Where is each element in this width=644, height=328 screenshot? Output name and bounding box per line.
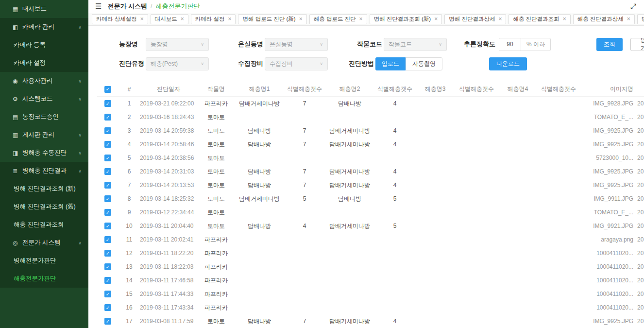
table-cell: 담배나방	[325, 97, 374, 110]
close-icon[interactable]: ×	[140, 16, 144, 22]
row-checkbox[interactable]: ✓	[104, 100, 111, 107]
row-checkbox[interactable]: ✓	[104, 168, 111, 175]
table-row[interactable]: ✓162019-03-11 17:43:34파프리카1000411020...2…	[97, 301, 644, 314]
table-cell: 1	[119, 97, 140, 110]
tab[interactable]: 해충 진단결과조회×	[508, 14, 570, 24]
table-row[interactable]: ✓52019-03-14 20:38:56토마토5723000_10...201	[97, 151, 644, 165]
tab[interactable]: 해충 진단결과상세×	[573, 14, 635, 24]
select-all-checkbox[interactable]: ✓	[104, 86, 111, 93]
row-checkbox[interactable]: ✓	[104, 114, 111, 121]
table-cell	[416, 314, 455, 328]
row-checkbox-cell: ✓	[97, 124, 119, 138]
greenhouse-select[interactable]: 온실동명 ∨	[265, 38, 328, 51]
sidebar-item[interactable]: ◨병해충 수동진단∨	[0, 144, 88, 162]
sidebar-subitem[interactable]: 카메라 설정	[0, 54, 88, 72]
sidebar-item[interactable]: ⚙시스템코드∨	[0, 90, 88, 108]
chevron-down-icon: ∨	[320, 61, 323, 66]
table-cell: 8	[119, 192, 140, 206]
sidebar-item[interactable]: ▦대시보드	[0, 0, 88, 18]
row-checkbox[interactable]: ✓	[104, 304, 111, 311]
sidebar-item[interactable]: ◎전문가 시스템∧	[0, 234, 88, 252]
download-button[interactable]: 다운로드	[489, 57, 527, 70]
row-checkbox[interactable]: ✓	[104, 195, 111, 202]
tab[interactable]: 카메라 상세설정×	[92, 14, 148, 24]
row-checkbox[interactable]: ✓	[104, 291, 111, 297]
close-icon[interactable]: ×	[563, 16, 566, 22]
table-row[interactable]: ✓82019-03-14 18:25:32토마토담배거세미나방5담배나방5IMG…	[97, 192, 644, 206]
close-icon[interactable]: ×	[299, 16, 303, 22]
row-checkbox[interactable]: ✓	[104, 263, 111, 270]
sidebar-subitem[interactable]: 카메라 등록	[0, 36, 88, 54]
sidebar-item[interactable]: ▤농장코드승인	[0, 108, 88, 126]
table-row[interactable]: ✓62019-03-14 20:31:03토마토담배나방7담배거세미나방4IMG…	[97, 165, 644, 178]
search-button[interactable]: 조회	[596, 38, 623, 51]
row-checkbox[interactable]: ✓	[104, 155, 111, 161]
auto-capture-toggle-button[interactable]: 자동촬영	[406, 57, 442, 70]
tab[interactable]: 병해전문가판단×	[637, 14, 644, 24]
table-row[interactable]: ✓172019-03-08 11:17:59토마토담배나방7담배거세미나방4IM…	[97, 314, 644, 328]
sidebar-subitem[interactable]: 병해 진단결과조회 (新)	[0, 180, 88, 198]
table-cell: 7	[284, 97, 325, 110]
results-icon: ≣	[13, 168, 22, 174]
table-row[interactable]: ✓22019-03-16 18:24:43토마토TOMATO_E_...2019	[97, 110, 644, 124]
menu-icon[interactable]: ☰	[95, 2, 102, 11]
table-cell	[498, 219, 537, 233]
row-checkbox[interactable]: ✓	[104, 318, 111, 325]
table-row[interactable]: ✓112019-03-11 20:02:41파프리카aragaya.png201	[97, 233, 644, 246]
table-row[interactable]: ✓102019-03-11 20:04:40토마토담배나방4담배거세미나방5IM…	[97, 219, 644, 233]
table-row[interactable]: ✓152019-03-11 17:44:33파프리카1000411020...2…	[97, 287, 644, 301]
table-row[interactable]: ✓42019-03-14 20:58:46토마토담배나방7담배거세미나방4IMG…	[97, 138, 644, 151]
close-icon[interactable]: ×	[434, 16, 438, 22]
sidebar-subitem[interactable]: 병해전문가판단	[0, 252, 88, 270]
sidebar-item[interactable]: ≣병해충 진단결과∧	[0, 162, 88, 180]
sidebar-subitem[interactable]: 해충 진단결과조회	[0, 216, 88, 234]
row-checkbox[interactable]: ✓	[104, 182, 111, 189]
row-checkbox[interactable]: ✓	[104, 209, 111, 216]
table-row[interactable]: ✓122019-03-11 18:22:20파프리카1000411020...2…	[97, 246, 644, 260]
table-cell: 201	[633, 260, 644, 274]
accuracy-input[interactable]	[499, 38, 521, 51]
row-checkbox[interactable]: ✓	[104, 223, 111, 229]
fullscreen-icon[interactable]: ⤢	[630, 2, 636, 11]
sidebar-subitem[interactable]: 해충전문가판단	[0, 270, 88, 288]
tab[interactable]: 카메라 설정×	[191, 14, 236, 24]
table-cell	[416, 165, 455, 178]
sidebar-subitem[interactable]: 병해 진단결과조회 (舊)	[0, 198, 88, 216]
close-icon[interactable]: ×	[181, 16, 184, 22]
table-cell: 파프리카	[197, 274, 235, 287]
table-cell: 2019-03-11 17:43:34	[140, 301, 197, 314]
table-cell: 2018	[633, 192, 644, 206]
close-icon[interactable]: ×	[627, 16, 630, 22]
row-checkbox[interactable]: ✓	[104, 127, 111, 134]
tab[interactable]: 병해 진단결과상세×	[444, 14, 506, 24]
farm-select[interactable]: 농장명 ∨	[146, 38, 209, 51]
sidebar-item[interactable]: ◧카메라 관리∧	[0, 18, 88, 36]
crop-code-select[interactable]: 작물코드 ∨	[384, 38, 447, 51]
close-button[interactable]: 닫기	[630, 38, 644, 51]
upload-toggle-button[interactable]: 업로드	[375, 57, 406, 70]
row-checkbox[interactable]: ✓	[104, 141, 111, 148]
close-icon[interactable]: ×	[228, 16, 231, 22]
table-cell	[537, 151, 580, 165]
row-checkbox[interactable]: ✓	[104, 277, 111, 284]
sidebar-item[interactable]: ▥게시판 관리∨	[0, 126, 88, 144]
tab[interactable]: 대시보드×	[151, 14, 188, 24]
sidebar-item[interactable]: ◉사용자관리∨	[0, 72, 88, 90]
row-checkbox[interactable]: ✓	[104, 236, 111, 243]
table-row[interactable]: ✓72019-03-14 20:13:53토마토담배나방7담배거세미나방4IMG…	[97, 178, 644, 192]
tab[interactable]: 해충 업로드 진단×	[309, 14, 367, 24]
tab[interactable]: 병해 업로드 진단 (新)×	[238, 14, 306, 24]
close-icon[interactable]: ×	[498, 16, 502, 22]
table-cell: 토마토	[197, 314, 235, 328]
table-row[interactable]: ✓92019-03-12 22:34:44토마토TOMATO_E_...2019	[97, 206, 644, 219]
device-select[interactable]: 수집장비 ∨	[265, 57, 328, 70]
tab[interactable]: 병해 진단결과조회 (新)×	[370, 14, 442, 24]
table-row[interactable]: ✓32019-03-14 20:59:38토마토담배나방7담배거세미나방4IMG…	[97, 124, 644, 138]
table-row[interactable]: ✓12019-03-21 09:22:00파프리카담배거세미나방7담배나방4IM…	[97, 97, 644, 110]
table-cell	[235, 246, 284, 260]
diagnosis-type-select[interactable]: 해충(Pest) ∨	[146, 57, 209, 70]
table-row[interactable]: ✓132019-03-11 18:22:03파프리카1000411020...2…	[97, 260, 644, 274]
close-icon[interactable]: ×	[359, 16, 363, 22]
table-row[interactable]: ✓142019-03-11 17:46:58파프리카1000411020...2…	[97, 274, 644, 287]
row-checkbox[interactable]: ✓	[104, 250, 111, 257]
